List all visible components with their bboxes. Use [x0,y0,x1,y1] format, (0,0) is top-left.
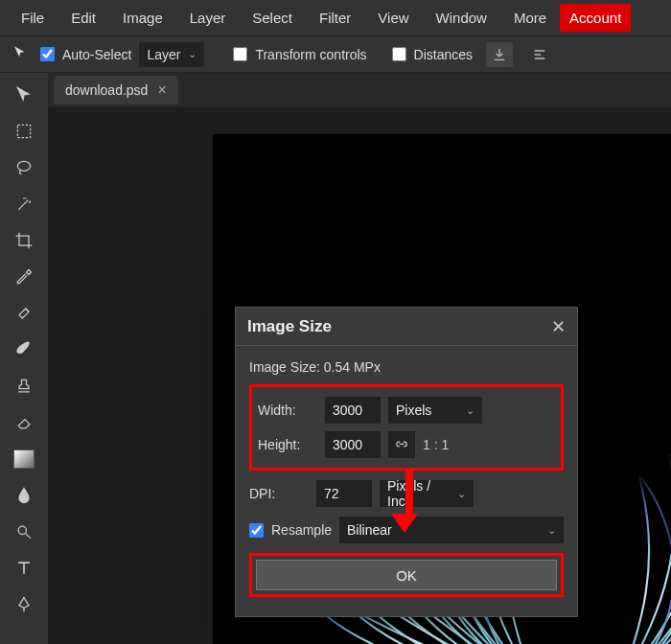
chevron-down-icon: ⌄ [547,524,556,537]
distances-checkbox[interactable] [392,47,406,61]
resample-checkbox[interactable] [249,523,264,538]
eraser-tool[interactable] [5,404,43,441]
auto-select-label: Auto-Select [62,47,131,62]
link-aspect-icon[interactable] [388,431,415,458]
width-label: Width: [258,402,317,418]
width-input[interactable] [325,397,381,424]
svg-point-2 [18,526,26,534]
auto-select-checkbox[interactable] [40,47,55,61]
dialog-title: Image Size [247,317,332,336]
tools-panel [0,73,48,644]
blur-tool[interactable] [5,477,43,514]
brush-tool[interactable] [5,332,43,368]
menu-edit[interactable]: Edit [58,4,109,32]
close-tab-icon[interactable]: × [157,81,166,99]
menu-image[interactable]: Image [109,4,176,32]
chevron-down-icon: ⌄ [457,488,466,500]
auto-select-target[interactable]: Layer ⌄ [139,42,204,67]
document-tab[interactable]: download.psd × [54,76,178,104]
menu-bar: File Edit Image Layer Select Filter View… [0,0,671,36]
download-icon[interactable] [486,42,513,67]
menu-window[interactable]: Window [423,4,500,32]
type-tool[interactable] [5,550,43,586]
chevron-down-icon: ⌄ [188,48,197,60]
ok-button[interactable]: OK [256,560,557,590]
menu-filter[interactable]: Filter [306,4,364,32]
gradient-tool[interactable] [5,441,43,477]
image-size-info: Image Size: 0.54 MPx [249,356,564,384]
dpi-label: DPI: [249,486,309,501]
move-tool[interactable] [5,77,43,113]
dpi-input[interactable] [316,480,372,507]
document-tabs: download.psd × [48,73,671,107]
height-input[interactable] [325,431,381,458]
highlight-dimensions: Width: Pixels ⌄ Height: [249,384,564,471]
distances-label: Distances [414,47,473,62]
width-unit-select[interactable]: Pixels ⌄ [388,397,482,424]
canvas[interactable]: Image Size ✕ Image Size: 0.54 MPx Width:… [48,107,671,644]
resample-method-select[interactable]: Bilinear ⌄ [339,517,564,543]
transform-controls-checkbox[interactable] [233,47,247,61]
menu-select[interactable]: Select [239,4,306,32]
dialog-header[interactable]: Image Size ✕ [236,308,577,346]
close-icon[interactable]: ✕ [551,316,566,337]
eyedropper-tool[interactable] [5,259,43,295]
menu-more[interactable]: More [500,4,560,32]
artwork-right [577,402,671,644]
align-icon[interactable] [526,42,553,67]
menu-view[interactable]: View [364,4,422,32]
lasso-tool[interactable] [5,150,43,186]
menu-layer[interactable]: Layer [176,4,240,32]
chevron-down-icon: ⌄ [466,404,474,417]
svg-point-1 [17,161,30,171]
image-size-dialog: Image Size ✕ Image Size: 0.54 MPx Width:… [235,307,578,617]
options-bar: Auto-Select Layer ⌄ Transform controls D… [0,36,671,73]
pen-tool[interactable] [5,586,43,623]
resample-method-label: Bilinear [347,522,392,538]
menu-account[interactable]: Account [560,4,631,32]
heal-tool[interactable] [5,295,43,332]
resample-label: Resample [271,522,332,538]
width-unit-label: Pixels [396,402,431,418]
svg-rect-0 [17,125,30,137]
crop-tool[interactable] [5,222,43,259]
auto-select-target-label: Layer [147,47,180,62]
tab-filename: download.psd [65,82,148,98]
move-tool-icon [8,44,33,65]
dodge-tool[interactable] [5,514,43,550]
stamp-tool[interactable] [5,368,43,404]
aspect-ratio: 1 : 1 [423,437,449,452]
annotation-arrow [401,468,418,533]
menu-file[interactable]: File [8,4,58,32]
dpi-unit-select[interactable]: Pixels / Inch ⌄ [380,480,474,507]
transform-controls-label: Transform controls [255,47,366,62]
highlight-ok: OK [249,553,564,597]
height-label: Height: [258,437,317,452]
marquee-tool[interactable] [5,113,43,150]
wand-tool[interactable] [5,186,43,222]
